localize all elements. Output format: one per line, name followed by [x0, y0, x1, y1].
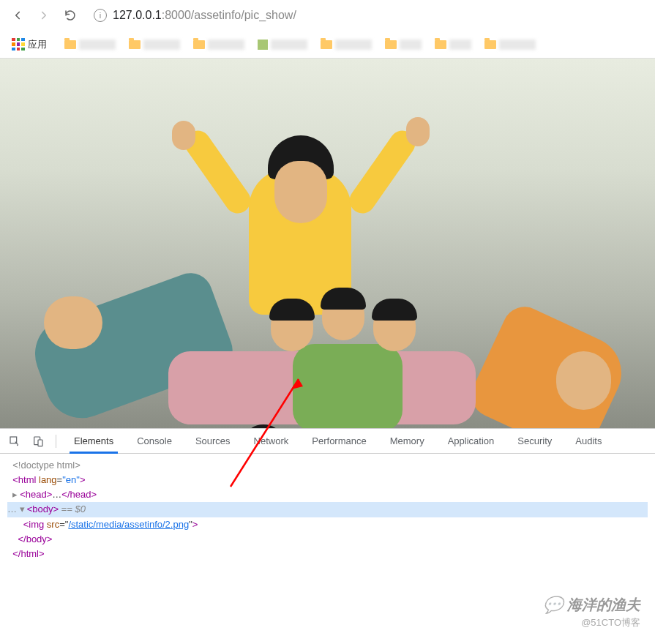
source-line[interactable]: <!doctype html>: [7, 458, 648, 473]
source-line[interactable]: <html lang="en">: [7, 473, 648, 487]
arrow-left-icon: [11, 9, 24, 22]
reload-icon: [64, 9, 77, 22]
bookmark-item[interactable]: [189, 37, 249, 52]
inspect-icon: [9, 435, 20, 447]
apps-label: 应用: [28, 38, 47, 51]
folder-icon: [385, 40, 397, 49]
tab-application[interactable]: Application: [438, 429, 505, 454]
watermark-subtitle: @51CTO博客: [543, 616, 640, 629]
device-toolbar-button[interactable]: [28, 431, 48, 452]
inspect-element-button[interactable]: [4, 431, 25, 452]
address-bar[interactable]: i 127.0.0.1:8000/assetinfo/pic_show/: [86, 4, 648, 26]
browser-toolbar: i 127.0.0.1:8000/assetinfo/pic_show/: [0, 0, 655, 31]
forward-button[interactable]: [34, 5, 54, 26]
tab-network[interactable]: Network: [244, 429, 299, 454]
url-text: 127.0.0.1:8000/assetinfo/pic_show/: [113, 9, 296, 22]
watermark: 💬 海洋的渔夫 @51CTO博客: [543, 595, 640, 629]
url-port: :8000: [162, 9, 191, 21]
reload-button[interactable]: [60, 5, 81, 26]
source-line[interactable]: </html>: [7, 547, 648, 561]
wechat-icon: 💬: [543, 596, 563, 615]
bookmarks-bar: 应用: [0, 31, 655, 59]
site-info-icon[interactable]: i: [94, 9, 107, 22]
folder-icon: [484, 40, 496, 49]
apps-shortcut[interactable]: 应用: [7, 36, 56, 53]
bookmark-item[interactable]: [60, 37, 120, 52]
tab-performance[interactable]: Performance: [302, 429, 376, 454]
tab-audits[interactable]: Audits: [565, 429, 612, 454]
source-line[interactable]: </body>: [7, 532, 648, 547]
devtools-elements-tree[interactable]: <!doctype html> <html lang="en"> ▸<head>…: [0, 454, 655, 566]
bookmark-item[interactable]: [430, 37, 476, 52]
bookmark-item[interactable]: [480, 37, 540, 52]
bookmark-item[interactable]: [316, 37, 376, 52]
source-line[interactable]: <img src="/static/media/assetinfo/2.png"…: [7, 517, 648, 532]
device-icon: [32, 435, 44, 447]
bookmark-item[interactable]: [381, 37, 426, 52]
bookmark-item[interactable]: [124, 37, 184, 52]
apps-grid-icon: [12, 38, 25, 51]
devtools-panel: Elements Console Sources Network Perform…: [0, 428, 655, 566]
folder-icon: [193, 40, 205, 49]
watermark-title: 海洋的渔夫: [567, 595, 640, 615]
tab-console[interactable]: Console: [127, 429, 182, 454]
tab-elements[interactable]: Elements: [64, 429, 124, 454]
source-line[interactable]: ▸<head>…</head>: [7, 487, 648, 502]
folder-icon: [64, 40, 76, 49]
separator: [56, 435, 56, 448]
bookmark-item[interactable]: [253, 37, 312, 52]
folder-icon: [321, 40, 332, 49]
selected-source-line[interactable]: … ▾<body> == $0: [7, 502, 648, 517]
tab-security[interactable]: Security: [507, 429, 562, 454]
back-button[interactable]: [7, 5, 28, 26]
devtools-toolbar: Elements Console Sources Network Perform…: [0, 429, 655, 454]
folder-icon: [435, 40, 446, 49]
page-content: [0, 59, 655, 428]
folder-icon: [129, 40, 141, 49]
site-icon: [258, 40, 268, 50]
arrow-right-icon: [37, 9, 50, 22]
url-host: 127.0.0.1: [113, 9, 162, 21]
svg-rect-4: [38, 440, 42, 446]
content-image: [0, 59, 655, 428]
tab-memory[interactable]: Memory: [380, 429, 435, 454]
url-path: /assetinfo/pic_show/: [191, 9, 296, 21]
tab-sources[interactable]: Sources: [185, 429, 241, 454]
